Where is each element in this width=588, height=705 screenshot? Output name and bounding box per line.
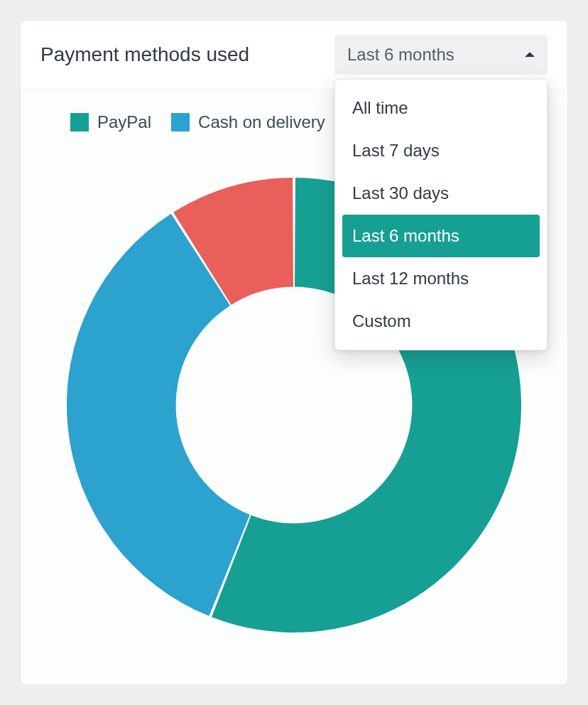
timeframe-option[interactable]: Last 12 months xyxy=(342,257,540,300)
legend-label: PayPal xyxy=(97,112,151,132)
card-header: Payment methods used Last 6 months All t… xyxy=(21,21,567,90)
timeframe-selected-label: Last 6 months xyxy=(347,45,454,65)
timeframe-option[interactable]: Custom xyxy=(342,300,540,343)
timeframe-option[interactable]: Last 6 months xyxy=(342,215,540,257)
legend-label: Cash on delivery xyxy=(198,112,325,132)
timeframe-select: Last 6 months All timeLast 7 daysLast 30… xyxy=(334,35,548,75)
payment-methods-card: Payment methods used Last 6 months All t… xyxy=(20,20,568,685)
legend-item[interactable]: Cash on delivery xyxy=(171,112,325,132)
timeframe-option[interactable]: All time xyxy=(342,87,540,129)
timeframe-select-button[interactable]: Last 6 months xyxy=(334,35,548,75)
card-title: Payment methods used xyxy=(40,43,249,66)
timeframe-option[interactable]: Last 7 days xyxy=(342,129,540,172)
legend-swatch xyxy=(70,113,89,131)
timeframe-dropdown: All timeLast 7 daysLast 30 daysLast 6 mo… xyxy=(334,79,548,350)
legend-swatch xyxy=(171,113,190,131)
caret-up-icon xyxy=(525,51,535,58)
timeframe-option[interactable]: Last 30 days xyxy=(342,172,540,215)
legend-item[interactable]: PayPal xyxy=(70,112,151,132)
